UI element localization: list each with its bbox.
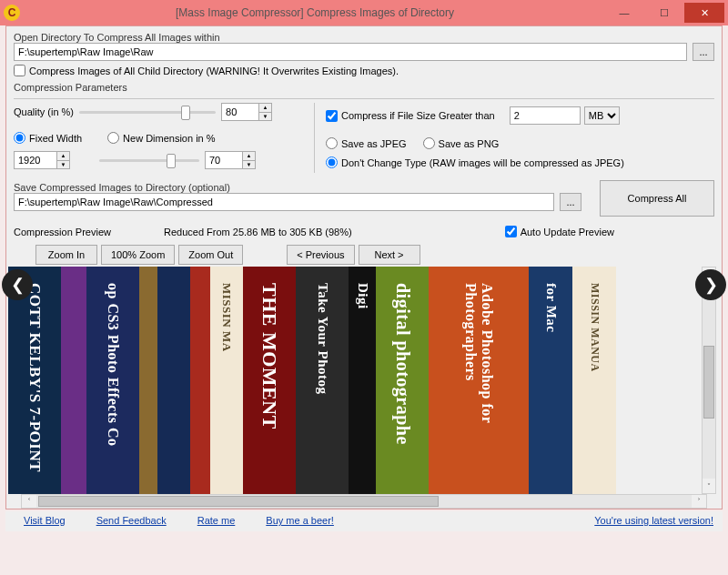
open-dir-input[interactable] bbox=[14, 43, 687, 61]
fixed-width-radio[interactable] bbox=[14, 132, 25, 144]
zoom-100-button[interactable]: 100% Zoom bbox=[101, 245, 175, 265]
width-spinner[interactable]: ▲▼ bbox=[14, 151, 70, 169]
book-spine: digital photographe bbox=[376, 267, 429, 494]
maximize-button[interactable]: ☐ bbox=[644, 3, 684, 23]
vertical-scrollbar[interactable]: ˄ ˅ bbox=[702, 267, 716, 494]
book-spine bbox=[139, 267, 157, 494]
footer-links: Visit Blog Send Feedback Rate me Buy me … bbox=[5, 511, 723, 531]
width-value[interactable] bbox=[15, 152, 56, 168]
version-link[interactable]: You're using latest version! bbox=[594, 515, 713, 526]
book-spine bbox=[61, 267, 86, 494]
book-spine: Digi bbox=[349, 267, 376, 494]
quality-value[interactable] bbox=[222, 104, 258, 120]
save-jpeg-label: Save as JPEG bbox=[341, 138, 407, 149]
titlebar: C [Mass Image Compressor] Compress Image… bbox=[0, 0, 728, 25]
chevron-left-icon[interactable]: ˂ bbox=[22, 495, 36, 508]
save-png-radio[interactable] bbox=[423, 137, 435, 149]
send-feedback-link[interactable]: Send Feedback bbox=[96, 515, 167, 526]
preview-heading: Compression Preview bbox=[14, 227, 111, 237]
new-dimension-label: New Dimension in % bbox=[123, 133, 215, 144]
next-button[interactable]: Next > bbox=[359, 245, 420, 265]
dont-change-radio[interactable] bbox=[326, 156, 338, 168]
visit-blog-link[interactable]: Visit Blog bbox=[24, 515, 66, 526]
dimension-pct-spinner[interactable]: ▲▼ bbox=[205, 151, 256, 169]
zoom-out-button[interactable]: Zoom Out bbox=[178, 245, 243, 265]
save-to-browse-button[interactable]: ... bbox=[560, 193, 581, 211]
book-spine bbox=[190, 267, 210, 494]
child-dir-label: Compress Images of All Child Directory (… bbox=[29, 66, 399, 76]
carousel-next-icon[interactable]: ❯ bbox=[695, 269, 726, 300]
book-spine: THE MOMENT bbox=[243, 267, 296, 494]
book-spine: op CS3 Photo Effects Co bbox=[86, 267, 139, 494]
compress-if-checkbox[interactable] bbox=[326, 110, 338, 122]
compress-all-button[interactable]: Compress All bbox=[600, 180, 714, 217]
book-spine: COTT KELBY'S 7-POINT bbox=[8, 267, 61, 494]
quality-label: Quality (in %) bbox=[14, 106, 74, 117]
close-button[interactable]: ✕ bbox=[684, 3, 724, 23]
save-png-label: Save as PNG bbox=[439, 138, 500, 149]
quality-slider[interactable] bbox=[79, 104, 216, 120]
client-area: Open Directory To Compress All Images wi… bbox=[5, 25, 723, 509]
book-spine bbox=[157, 267, 190, 494]
save-to-input[interactable] bbox=[14, 193, 554, 211]
book-spine: MISSIN MA bbox=[210, 267, 243, 494]
child-dir-checkbox[interactable] bbox=[14, 65, 25, 76]
preview-image[interactable]: COTT KELBY'S 7-POINTop CS3 Photo Effects… bbox=[8, 267, 705, 494]
book-spine: Adobe Photoshop for Photographers bbox=[429, 267, 529, 494]
fixed-width-label: Fixed Width bbox=[29, 133, 82, 144]
scrollbar-thumb[interactable] bbox=[703, 346, 714, 419]
chevron-up-icon[interactable]: ▲ bbox=[258, 104, 271, 113]
book-spine: MISSIN MANUA bbox=[572, 267, 616, 494]
chevron-down-icon[interactable]: ▼ bbox=[258, 113, 271, 121]
horizontal-scrollbar[interactable]: ˂ ˃ bbox=[21, 494, 707, 509]
zoom-in-button[interactable]: Zoom In bbox=[35, 245, 97, 265]
quality-spinner[interactable]: ▲▼ bbox=[221, 103, 272, 121]
compress-if-label: Compress if File Size Greater than bbox=[341, 110, 495, 121]
previous-button[interactable]: < Previous bbox=[287, 245, 354, 265]
scrollbar-thumb[interactable] bbox=[38, 496, 439, 507]
rate-me-link[interactable]: Rate me bbox=[197, 515, 236, 526]
dont-change-label: Don't Change Type (RAW images will be co… bbox=[341, 157, 624, 168]
carousel-prev-icon[interactable]: ❮ bbox=[2, 269, 33, 300]
open-dir-browse-button[interactable]: ... bbox=[693, 43, 714, 61]
params-heading: Compression Parameters bbox=[14, 82, 714, 93]
save-jpeg-radio[interactable] bbox=[326, 137, 338, 149]
chevron-down-icon[interactable]: ˅ bbox=[703, 479, 715, 493]
unit-select[interactable]: MB bbox=[584, 106, 620, 125]
dimension-slider[interactable] bbox=[99, 152, 199, 168]
auto-update-checkbox[interactable] bbox=[505, 226, 517, 237]
filesize-input[interactable] bbox=[510, 106, 581, 125]
auto-update-label: Auto Update Preview bbox=[521, 227, 614, 237]
book-spine: for Mac bbox=[529, 267, 572, 494]
reduced-text: Reduced From 25.86 MB to 305 KB (98%) bbox=[164, 227, 352, 237]
buy-beer-link[interactable]: Buy me a beer! bbox=[266, 515, 334, 526]
chevron-right-icon[interactable]: ˃ bbox=[692, 495, 706, 508]
window-title: [Mass Image Compressor] Compress Images … bbox=[25, 6, 604, 19]
new-dimension-radio[interactable] bbox=[107, 132, 119, 144]
app-icon: C bbox=[4, 5, 20, 21]
minimize-button[interactable]: — bbox=[604, 3, 644, 23]
open-dir-label: Open Directory To Compress All Images wi… bbox=[14, 32, 714, 43]
book-spine: Take Your Photog bbox=[296, 267, 349, 494]
dimension-pct-value[interactable] bbox=[206, 152, 242, 168]
